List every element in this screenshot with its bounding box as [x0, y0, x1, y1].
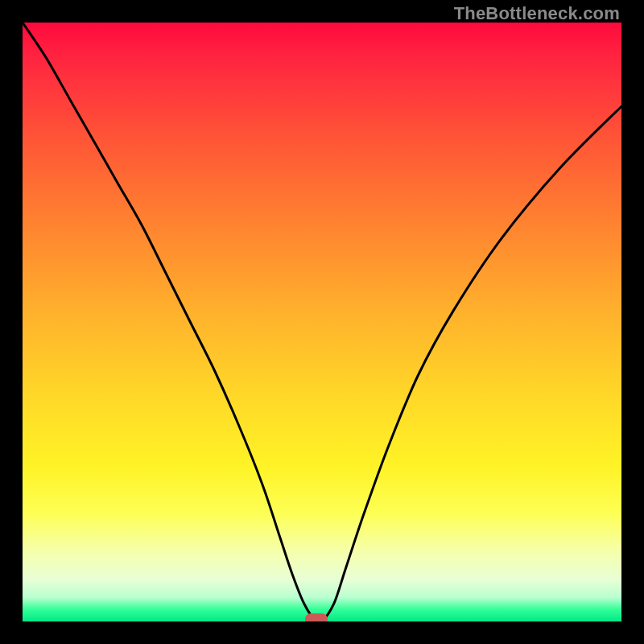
bottleneck-curve [23, 23, 621, 621]
watermark-text: TheBottleneck.com [454, 3, 620, 24]
chart-frame: TheBottleneck.com [0, 0, 644, 644]
optimum-marker [305, 613, 328, 621]
plot-area [23, 23, 621, 621]
